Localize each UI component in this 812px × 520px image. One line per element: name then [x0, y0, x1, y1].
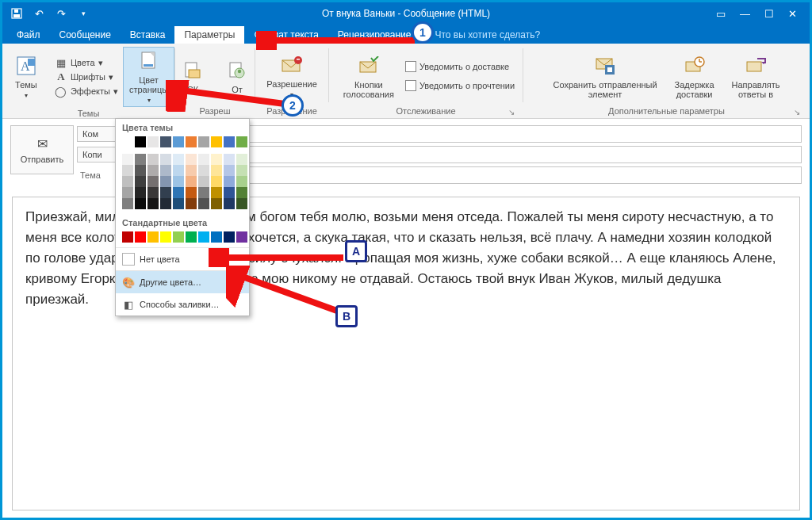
- color-swatch[interactable]: [211, 176, 222, 187]
- color-swatch[interactable]: [160, 165, 171, 176]
- redo-icon[interactable]: ↷: [55, 7, 67, 20]
- color-swatch[interactable]: [198, 136, 209, 147]
- color-swatch[interactable]: [224, 187, 235, 198]
- color-swatch[interactable]: [236, 154, 247, 165]
- color-swatch[interactable]: [122, 136, 133, 147]
- color-swatch[interactable]: [173, 165, 184, 176]
- color-swatch[interactable]: [147, 176, 159, 187]
- undo-icon[interactable]: ↶: [33, 7, 45, 20]
- colors-button[interactable]: ▦Цвета▾: [55, 56, 118, 69]
- fonts-button[interactable]: AШрифты▾: [55, 71, 118, 83]
- more-colors-icon: 🎨: [122, 276, 135, 289]
- colors-icon: ▦: [55, 56, 67, 69]
- color-swatch[interactable]: [236, 136, 247, 147]
- color-swatch[interactable]: [236, 176, 247, 187]
- color-swatch[interactable]: [135, 187, 146, 198]
- save-icon[interactable]: [10, 7, 23, 20]
- color-swatch[interactable]: [160, 154, 171, 165]
- tab-message[interactable]: Сообщение: [50, 26, 121, 44]
- color-swatch[interactable]: [211, 187, 222, 198]
- color-swatch[interactable]: [198, 154, 209, 165]
- color-swatch[interactable]: [198, 187, 209, 198]
- tab-file[interactable]: Файл: [7, 26, 50, 44]
- color-swatch[interactable]: [147, 187, 159, 198]
- request-read-receipt[interactable]: Уведомить о прочтении: [405, 80, 515, 91]
- save-sent-item-button[interactable]: Сохранить отправленный элемент: [546, 52, 663, 101]
- color-swatch[interactable]: [122, 231, 133, 243]
- color-swatch[interactable]: [173, 187, 184, 198]
- theme-colors-title: Цвета темы: [116, 119, 249, 135]
- color-swatch[interactable]: [147, 154, 159, 165]
- color-swatch[interactable]: [224, 176, 235, 187]
- color-swatch[interactable]: [147, 198, 159, 209]
- color-swatch[interactable]: [186, 165, 197, 176]
- color-swatch[interactable]: [186, 136, 197, 147]
- color-swatch[interactable]: [186, 231, 197, 243]
- color-swatch[interactable]: [224, 198, 235, 209]
- color-swatch[interactable]: [160, 198, 171, 209]
- subject-label: Тема: [77, 170, 118, 180]
- color-swatch[interactable]: [211, 136, 222, 147]
- color-swatch[interactable]: [236, 165, 247, 176]
- color-swatch[interactable]: [198, 198, 209, 209]
- color-swatch[interactable]: [160, 187, 171, 198]
- send-button[interactable]: ✉ Отправить: [10, 125, 74, 174]
- color-swatch[interactable]: [198, 165, 209, 176]
- tab-insert[interactable]: Вставка: [121, 26, 175, 44]
- color-swatch[interactable]: [198, 176, 209, 187]
- color-swatch[interactable]: [211, 198, 222, 209]
- effects-button[interactable]: ◯Эффекты▾: [55, 85, 118, 98]
- color-swatch[interactable]: [224, 154, 235, 165]
- color-swatch[interactable]: [122, 198, 133, 209]
- color-swatch[interactable]: [211, 231, 222, 243]
- color-swatch[interactable]: [135, 198, 146, 209]
- color-swatch[interactable]: [160, 231, 171, 243]
- color-swatch[interactable]: [173, 136, 184, 147]
- color-swatch[interactable]: [186, 198, 197, 209]
- ribbon-options-icon[interactable]: ▭: [716, 8, 726, 20]
- color-swatch[interactable]: [198, 231, 209, 243]
- maximize-icon[interactable]: ☐: [764, 8, 774, 20]
- color-swatch[interactable]: [135, 136, 146, 147]
- color-swatch[interactable]: [236, 187, 247, 198]
- color-swatch[interactable]: [211, 154, 222, 165]
- color-swatch[interactable]: [122, 176, 133, 187]
- color-swatch[interactable]: [147, 165, 159, 176]
- color-swatch[interactable]: [173, 198, 184, 209]
- tab-options[interactable]: Параметры: [174, 26, 244, 44]
- color-swatch[interactable]: [122, 187, 133, 198]
- request-delivery-receipt[interactable]: Уведомить о доставке: [405, 61, 515, 72]
- color-swatch[interactable]: [160, 136, 171, 147]
- color-swatch[interactable]: [173, 154, 184, 165]
- color-swatch[interactable]: [186, 187, 197, 198]
- color-swatch[interactable]: [186, 176, 197, 187]
- dialog-launcher-icon[interactable]: ↘: [794, 108, 800, 117]
- color-swatch[interactable]: [135, 154, 146, 165]
- color-swatch[interactable]: [147, 136, 159, 147]
- color-swatch[interactable]: [236, 198, 247, 209]
- color-swatch[interactable]: [135, 176, 146, 187]
- color-swatch[interactable]: [224, 136, 235, 147]
- qat-dropdown-icon[interactable]: ▾: [77, 7, 90, 20]
- direct-replies-button[interactable]: Направлять ответы в: [726, 52, 787, 101]
- close-icon[interactable]: ✕: [788, 8, 797, 20]
- color-swatch[interactable]: [224, 231, 235, 243]
- color-swatch[interactable]: [236, 231, 247, 243]
- color-swatch[interactable]: [160, 176, 171, 187]
- tab-tell-me[interactable]: Что вы хотите сделать?: [421, 26, 550, 44]
- color-swatch[interactable]: [122, 154, 133, 165]
- color-swatch[interactable]: [135, 165, 146, 176]
- color-swatch[interactable]: [122, 165, 133, 176]
- color-swatch[interactable]: [211, 165, 222, 176]
- themes-button[interactable]: A Темы▾: [2, 52, 50, 102]
- minimize-icon[interactable]: ―: [740, 8, 750, 20]
- voting-buttons[interactable]: Кнопки голосования: [337, 52, 400, 101]
- dialog-launcher-icon[interactable]: ↘: [508, 108, 515, 117]
- color-swatch[interactable]: [224, 165, 235, 176]
- color-swatch[interactable]: [173, 231, 184, 243]
- color-swatch[interactable]: [173, 176, 184, 187]
- color-swatch[interactable]: [186, 154, 197, 165]
- color-swatch[interactable]: [135, 231, 146, 243]
- delay-delivery-button[interactable]: Задержка доставки: [668, 52, 721, 101]
- color-swatch[interactable]: [147, 231, 159, 243]
